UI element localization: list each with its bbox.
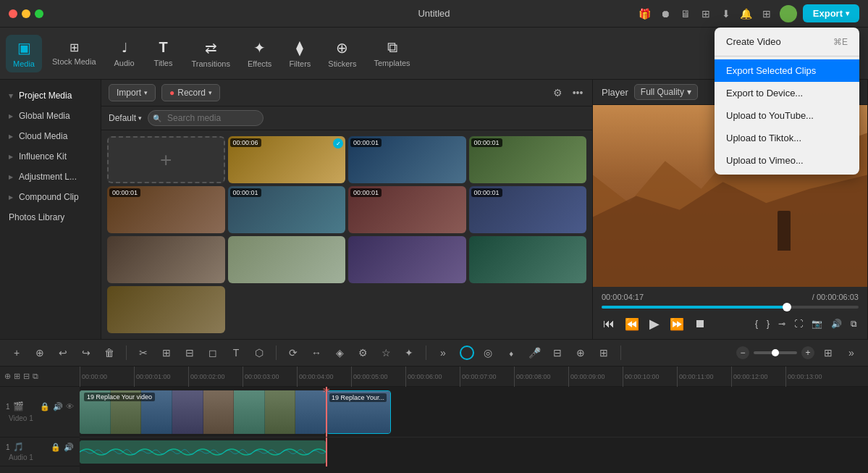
list-item[interactable]: 00:00:01 17 Replace Yo...	[348, 136, 466, 183]
minimize-button[interactable]	[22, 9, 30, 18]
list-item[interactable]: 00:00:01 16 Replace Yo...	[348, 186, 466, 233]
toolbar-item-titles[interactable]: T Titles	[146, 35, 182, 72]
search-input[interactable]	[148, 110, 264, 126]
audio-volume-icon[interactable]: 🔊	[64, 443, 74, 452]
sidebar-item-project-media[interactable]: ▶ Project Media	[0, 85, 101, 106]
toolbar-item-transitions[interactable]: ⇄ Transitions	[185, 35, 237, 72]
default-dropdown[interactable]: Default	[109, 113, 142, 123]
record-button[interactable]: ●Record	[161, 84, 220, 101]
sidebar-item-influence-kit[interactable]: ▶ Influence Kit	[0, 146, 101, 167]
filter-icon[interactable]: ⚙	[550, 85, 565, 100]
dropdown-item-export-selected[interactable]: Export Selected Clips	[715, 59, 859, 82]
toolbar-item-audio[interactable]: ♩ Audio	[106, 35, 143, 72]
subtitle-button[interactable]: ⊟	[548, 343, 567, 362]
out-point-button[interactable]: }	[765, 317, 771, 330]
loop-button[interactable]: ⟳	[284, 343, 303, 362]
toolbar-item-stock-media[interactable]: ⊞ Stock Media	[45, 36, 104, 70]
track-add-button[interactable]: ⊕	[4, 372, 11, 381]
toolbar-item-media[interactable]: ▣ Media	[6, 35, 42, 72]
flip-button[interactable]: ↔	[307, 343, 326, 362]
undo-button[interactable]: ↩	[54, 343, 72, 362]
dropdown-item-export-device[interactable]: Export to Device...	[715, 82, 859, 104]
snapshot-button[interactable]: 📷	[810, 317, 824, 330]
list-item[interactable]: 27 Replace Yo...	[107, 236, 225, 283]
record-icon[interactable]: ⏺	[658, 7, 673, 21]
audio-lock-icon[interactable]: 🔒	[51, 443, 61, 452]
sidebar-item-global-media[interactable]: ▶ Global Media	[0, 106, 101, 126]
list-item[interactable]: 00:00:01 19 Replace Yo...	[469, 186, 587, 233]
sidebar-item-cloud-media[interactable]: ▶ Cloud Media	[0, 126, 101, 146]
stop-button[interactable]: ⏹	[693, 316, 707, 332]
frame-back-button[interactable]: ⏪	[623, 316, 641, 332]
volume-button[interactable]: 🔊	[830, 317, 843, 330]
shape-button[interactable]: ⬡	[250, 343, 269, 362]
fullscreen-button[interactable]: ⛶	[793, 317, 804, 330]
frame-forward-button[interactable]: ⏩	[668, 316, 686, 332]
aspect-ratio-button[interactable]: ⧉	[849, 317, 859, 330]
screen-icon[interactable]: 🖥	[678, 7, 693, 21]
more-icon[interactable]: •••	[570, 85, 585, 100]
delete-button[interactable]: 🗑	[100, 343, 119, 362]
mask-button[interactable]: ◈	[330, 343, 349, 362]
list-item[interactable]: 00:00:01 15 Replace Yo...	[469, 136, 587, 183]
list-item[interactable]: 00:00:06 ✓ 19 Replace Yo...	[228, 136, 346, 183]
rotate-button[interactable]: ◻	[203, 343, 222, 362]
more-tools-button[interactable]: »	[434, 343, 452, 362]
sticker-btn2[interactable]: ⊕	[571, 343, 590, 362]
track-audio-button[interactable]: ⊟	[23, 372, 30, 381]
quality-dropdown[interactable]: Full Quality	[634, 84, 698, 100]
color-wheel-button[interactable]: ◎	[479, 343, 497, 362]
progress-bar[interactable]	[602, 306, 859, 309]
toolbar-item-stickers[interactable]: ⊕ Stickers	[321, 35, 363, 72]
gift-icon[interactable]: 🎁	[638, 7, 652, 21]
text-button[interactable]: T	[227, 343, 245, 362]
sidebar-item-adjustment[interactable]: ▶ Adjustment L...	[0, 167, 101, 187]
list-item[interactable]: 22 Replace Yo...	[228, 236, 346, 283]
speed-thumb[interactable]	[772, 349, 779, 356]
cut-button[interactable]: ✂	[134, 343, 153, 362]
audio-clip[interactable]	[80, 440, 326, 464]
edit-btn-2[interactable]: ⊕	[30, 343, 49, 362]
track-lock-icon[interactable]: 🔒	[40, 402, 50, 411]
dropdown-item-upload-youtube[interactable]: Upload to YouTube...	[715, 104, 859, 127]
add-media-button[interactable]: +	[7, 343, 26, 362]
dropdown-item-upload-vimeo[interactable]: Upload to Vimeo...	[715, 149, 859, 172]
settings-button[interactable]: ⚙	[353, 343, 372, 362]
track-link-button[interactable]: ⊞	[14, 372, 20, 381]
close-button[interactable]	[9, 9, 17, 18]
toolbar-item-filters[interactable]: ⧫ Filters	[282, 35, 318, 72]
track-snap-button[interactable]: ⧉	[33, 372, 38, 381]
audio-enhance-button[interactable]: ⬧	[502, 343, 521, 362]
bell-icon[interactable]: 🔔	[739, 7, 754, 21]
list-item[interactable]: 00:00:01 14 Replace Yo...	[228, 186, 346, 233]
list-item[interactable]	[107, 286, 225, 333]
speed-minus-button[interactable]: −	[736, 346, 749, 359]
speed-track[interactable]	[754, 351, 797, 354]
progress-thumb[interactable]	[783, 303, 791, 311]
play-button[interactable]: ▶	[648, 314, 661, 333]
import-button[interactable]: Import	[109, 84, 156, 101]
mark-button[interactable]: ⊸	[777, 317, 787, 330]
toolbar-item-templates[interactable]: ⧉ Templates	[366, 35, 417, 72]
fx-button[interactable]: ✦	[400, 343, 418, 362]
export-button[interactable]: Export	[803, 4, 859, 22]
star-button[interactable]: ☆	[376, 343, 395, 362]
in-point-button[interactable]: {	[754, 317, 759, 330]
sidebar-item-photos-library[interactable]: Photos Library	[0, 207, 101, 227]
speed-plus-button[interactable]: +	[801, 346, 814, 359]
dropdown-item-upload-tiktok[interactable]: Upload to Tiktok...	[715, 127, 859, 149]
trim-button[interactable]: ⊟	[180, 343, 199, 362]
timeline-tracks-area[interactable]: 19 Replace Your video 19 Replace Your...…	[80, 387, 868, 473]
redo-button[interactable]: ↪	[77, 343, 96, 362]
avatar[interactable]	[780, 5, 797, 22]
list-item[interactable]: 00:00:01 18 Replace Yo...	[107, 186, 225, 233]
crop-button[interactable]: ⊞	[157, 343, 176, 362]
apps-icon[interactable]: ⊞	[759, 7, 774, 21]
video-clip-1[interactable]: 19 Replace Your video	[80, 390, 326, 434]
track-eye-icon[interactable]: 👁	[66, 402, 74, 411]
video-clip-2[interactable]: 19 Replace Your...	[326, 390, 391, 434]
dropdown-item-create-video[interactable]: Create Video ⌘E	[715, 30, 859, 53]
toolbar-item-effects[interactable]: ✦ Effects	[240, 35, 279, 72]
screen-record-btn[interactable]: ⊞	[594, 343, 613, 362]
track-volume-icon[interactable]: 🔊	[53, 402, 63, 411]
